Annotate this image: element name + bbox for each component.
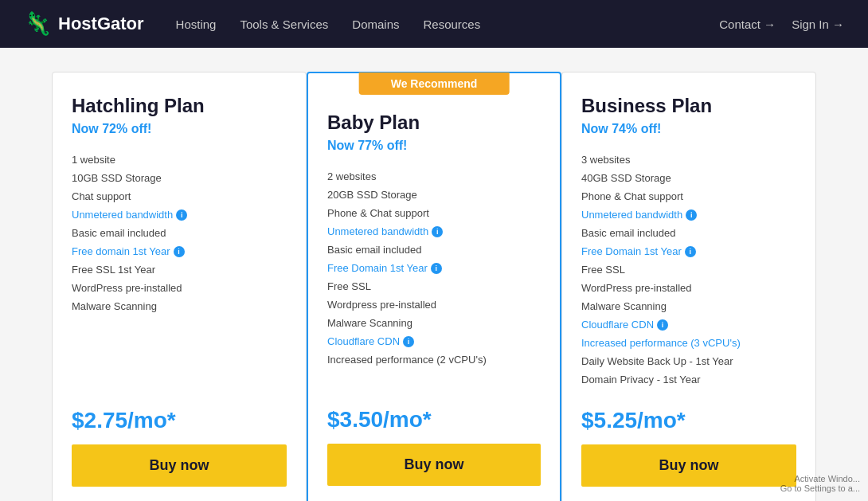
plan-price-hatchling: $2.75/mo* xyxy=(72,408,287,433)
feature-item: Wordpress pre-installed xyxy=(327,296,541,314)
info-icon[interactable]: i xyxy=(403,336,414,347)
feature-item: 10GB SSD Storage xyxy=(72,169,287,187)
feature-item: Free SSL xyxy=(327,277,541,296)
plan-card-business: Business PlanNow 74% off!3 websites40GB … xyxy=(561,72,816,501)
feature-item: Basic email included xyxy=(72,224,287,242)
logo[interactable]: 🦎 HostGator xyxy=(24,13,144,35)
feature-item: Daily Website Back Up - 1st Year xyxy=(581,352,796,370)
feature-item: Cloudflare CDN i xyxy=(581,315,796,334)
feature-item: Domain Privacy - 1st Year xyxy=(581,370,796,389)
feature-item: Free SSL 1st Year xyxy=(72,260,287,279)
feature-item: Unmetered bandwidth i xyxy=(581,205,796,224)
nav-signin[interactable]: Sign In → xyxy=(792,18,844,31)
plans-container: Hatchling PlanNow 72% off!1 website10GB … xyxy=(0,48,868,501)
feature-item: Unmetered bandwidth i xyxy=(72,205,287,224)
feature-link[interactable]: Cloudflare CDN xyxy=(581,319,654,331)
feature-item: 3 websites xyxy=(581,151,796,169)
feature-item: Malware Scanning xyxy=(581,297,796,315)
buy-button-hatchling[interactable]: Buy now xyxy=(72,444,287,487)
feature-item: 1 website xyxy=(72,151,287,169)
info-icon[interactable]: i xyxy=(657,319,668,331)
nav-hosting[interactable]: Hosting xyxy=(176,18,217,31)
feature-item: Basic email included xyxy=(581,224,796,242)
logo-text: HostGator xyxy=(58,14,144,34)
recommend-badge: We Recommend xyxy=(359,72,510,95)
plan-card-hatchling: Hatchling PlanNow 72% off!1 website10GB … xyxy=(52,72,307,501)
feature-link[interactable]: Increased performance (3 vCPU's) xyxy=(581,337,741,349)
info-icon[interactable]: i xyxy=(176,209,187,221)
feature-item: Unmetered bandwidth i xyxy=(327,222,541,241)
buy-button-baby[interactable]: Buy now xyxy=(327,444,541,486)
feature-item: Free domain 1st Year i xyxy=(72,242,287,260)
plan-discount-business: Now 74% off! xyxy=(581,122,796,136)
feature-item: Malware Scanning xyxy=(72,297,287,315)
feature-item: 40GB SSD Storage xyxy=(581,169,796,187)
feature-item: 20GB SSD Storage xyxy=(327,186,541,204)
feature-link[interactable]: Unmetered bandwidth xyxy=(581,209,682,221)
info-icon[interactable]: i xyxy=(686,209,697,221)
feature-item: 2 websites xyxy=(327,167,541,186)
feature-link[interactable]: Free Domain 1st Year xyxy=(581,245,682,257)
feature-link[interactable]: Free domain 1st Year xyxy=(72,245,170,257)
plan-features-business: 3 websites40GB SSD StoragePhone & Chat s… xyxy=(581,151,796,389)
plan-title-hatchling: Hatchling Plan xyxy=(72,95,287,117)
nav-contact[interactable]: Contact → xyxy=(719,18,776,31)
buy-button-business[interactable]: Buy now xyxy=(581,444,796,487)
plan-title-baby: Baby Plan xyxy=(327,112,541,134)
feature-item: Phone & Chat support xyxy=(581,187,796,205)
feature-item: Phone & Chat support xyxy=(327,204,541,222)
nav-resources[interactable]: Resources xyxy=(423,18,480,31)
nav-tools-services[interactable]: Tools & Services xyxy=(240,18,328,31)
info-icon[interactable]: i xyxy=(432,226,443,237)
feature-item: Increased performance (3 vCPU's) xyxy=(581,334,796,352)
feature-item: WordPress pre-installed xyxy=(72,279,287,297)
plan-price-business: $5.25/mo* xyxy=(581,408,796,433)
feature-item: Chat support xyxy=(72,187,287,205)
plan-price-baby: $3.50/mo* xyxy=(327,407,541,433)
plan-discount-hatchling: Now 72% off! xyxy=(72,122,287,136)
feature-item: Increased performance (2 vCPU's) xyxy=(327,350,541,369)
feature-link[interactable]: Cloudflare CDN xyxy=(327,335,400,347)
feature-item: Cloudflare CDN i xyxy=(327,332,541,350)
feature-item: Free Domain 1st Year i xyxy=(581,242,796,260)
plan-title-business: Business Plan xyxy=(581,95,796,117)
nav-right: Contact → Sign In → xyxy=(719,18,844,31)
feature-item: WordPress pre-installed xyxy=(581,279,796,297)
feature-link[interactable]: Unmetered bandwidth xyxy=(72,209,173,221)
plan-discount-baby: Now 77% off! xyxy=(327,139,541,153)
feature-link[interactable]: Unmetered bandwidth xyxy=(327,225,428,237)
navbar: 🦎 HostGator Hosting Tools & Services Dom… xyxy=(0,0,868,48)
gator-icon: 🦎 xyxy=(24,13,52,35)
info-icon[interactable]: i xyxy=(685,246,696,257)
nav-links: Hosting Tools & Services Domains Resourc… xyxy=(176,18,720,31)
feature-link[interactable]: Free Domain 1st Year xyxy=(327,262,428,274)
plan-features-hatchling: 1 website10GB SSD StorageChat supportUnm… xyxy=(72,151,287,389)
feature-item: Free Domain 1st Year i xyxy=(327,259,541,277)
info-icon[interactable]: i xyxy=(431,263,442,274)
plan-card-baby: We RecommendBaby PlanNow 77% off!2 websi… xyxy=(307,72,561,501)
plan-features-baby: 2 websites20GB SSD StoragePhone & Chat s… xyxy=(327,167,541,388)
feature-item: Basic email included xyxy=(327,241,541,259)
feature-item: Malware Scanning xyxy=(327,314,541,332)
nav-domains[interactable]: Domains xyxy=(352,18,399,31)
info-icon[interactable]: i xyxy=(174,246,185,257)
feature-item: Free SSL xyxy=(581,260,796,279)
